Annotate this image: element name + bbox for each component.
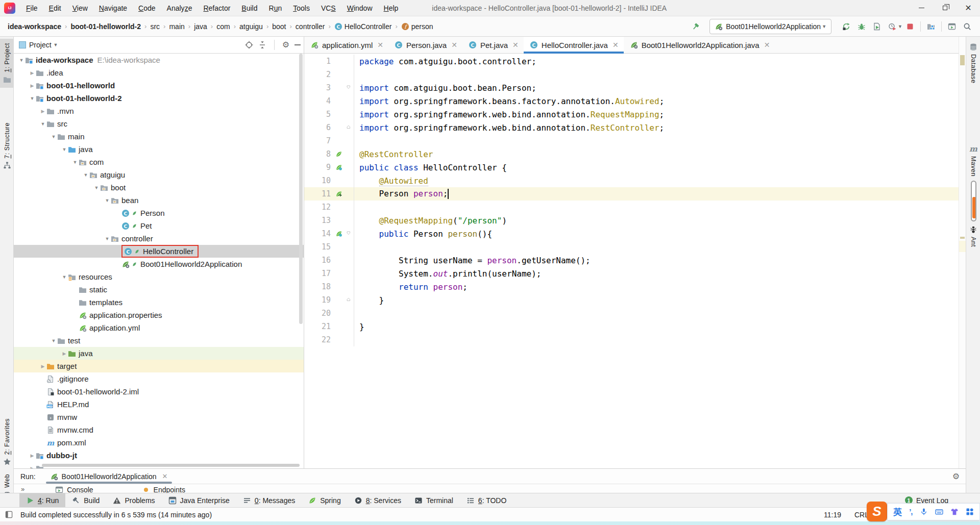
code-line-22[interactable]: 22 bbox=[304, 333, 959, 346]
code-line-10[interactable]: 10 @Autowired bbox=[304, 174, 959, 187]
fold-column[interactable] bbox=[345, 293, 354, 307]
inspection-status-marker[interactable] bbox=[960, 55, 965, 65]
run-window-button[interactable] bbox=[944, 19, 960, 34]
skin-icon[interactable] bbox=[950, 508, 959, 516]
minimize-button[interactable] bbox=[910, 0, 933, 16]
code-line-7[interactable]: 7 bbox=[304, 134, 959, 147]
code-line-20[interactable]: 20 bbox=[304, 307, 959, 320]
code-line-15[interactable]: 15 bbox=[304, 240, 959, 254]
breadcrumb-item-idea-workspace[interactable]: idea-workspace bbox=[6, 21, 63, 32]
tree-row-pom.xml[interactable]: mpom.xml bbox=[14, 436, 304, 449]
toolwindow-button-maven[interactable]: mMaven bbox=[966, 145, 980, 177]
tree-expand-icon[interactable]: ▼ bbox=[104, 198, 111, 203]
code-line-12[interactable]: 12 bbox=[304, 201, 959, 214]
close-tab-icon[interactable]: ✕ bbox=[612, 41, 619, 49]
search-everywhere-button[interactable] bbox=[960, 19, 975, 34]
code-line-11[interactable]: 11 Person person; bbox=[304, 187, 959, 201]
breadcrumb-item-main[interactable]: main bbox=[167, 21, 186, 32]
toolwindow-button-ant[interactable]: Ant bbox=[966, 177, 980, 247]
chevron-down-icon[interactable]: ▼ bbox=[54, 42, 58, 47]
code-line-8[interactable]: 8@RestController bbox=[304, 147, 959, 161]
menu-vcs[interactable]: VCS bbox=[315, 0, 341, 16]
tree-expand-icon[interactable]: ▼ bbox=[18, 58, 25, 63]
tree-expand-icon[interactable]: ▼ bbox=[39, 121, 46, 127]
tree-row-idea-workspace[interactable]: ▼idea-workspaceE:\idea-workspace bbox=[14, 54, 304, 66]
tree-horizontal-scrollbar[interactable] bbox=[42, 464, 300, 467]
code-line-18[interactable]: 18 return person; bbox=[304, 280, 959, 293]
tree-collapse-icon[interactable]: ▶ bbox=[29, 453, 36, 458]
tree-row-application.yml[interactable]: application.yml bbox=[14, 321, 304, 334]
close-tab-icon[interactable]: ✕ bbox=[377, 41, 383, 49]
code-line-1[interactable]: 1package com.atguigu.boot.controller; bbox=[304, 55, 959, 68]
code-line-17[interactable]: 17 System.out.println(userName); bbox=[304, 267, 959, 280]
editor-tab-HelloController.java[interactable]: CHelloController.java✕ bbox=[524, 37, 624, 53]
toolwindow-button-javaenterprise[interactable]: Java Enterprise bbox=[162, 493, 236, 508]
close-tab-icon[interactable]: ✕ bbox=[512, 41, 519, 49]
restore-button[interactable] bbox=[933, 0, 957, 16]
code-line-13[interactable]: 13 @RequestMapping("/person") bbox=[304, 214, 959, 227]
tree-expand-icon[interactable]: ▼ bbox=[50, 338, 57, 343]
fold-column[interactable] bbox=[345, 81, 354, 94]
breadcrumb-item-com[interactable]: com bbox=[215, 21, 231, 32]
code-line-16[interactable]: 16 String userName = person.getUserName(… bbox=[304, 254, 959, 267]
tree-row-test[interactable]: ▼test bbox=[14, 334, 304, 347]
toolwindow-button-structure[interactable]: 7: Structure bbox=[0, 118, 14, 174]
toolwindow-button-run[interactable]: 4: Run bbox=[19, 493, 65, 508]
console-tab-Endpoints[interactable]: Endpoints bbox=[142, 486, 185, 493]
collapse-all-button[interactable] bbox=[258, 41, 266, 49]
code-line-19[interactable]: 19 } bbox=[304, 293, 959, 307]
tree-row-bean[interactable]: ▼bean bbox=[14, 194, 304, 207]
tree-collapse-icon[interactable]: ▶ bbox=[29, 83, 36, 88]
tree-row-mvnw[interactable]: ›mvnw bbox=[14, 411, 304, 423]
toolwindow-button-project[interactable]: 1: Project bbox=[0, 39, 14, 88]
tree-row-Pet[interactable]: CPet bbox=[14, 219, 304, 232]
console-tab-Console[interactable]: Console bbox=[55, 486, 93, 493]
tree-row-resources[interactable]: ▼resources bbox=[14, 270, 304, 283]
tree-row-application.properties[interactable]: application.properties bbox=[14, 309, 304, 321]
tree-row-boot-01-helloworld[interactable]: ▶boot-01-helloworld bbox=[14, 79, 304, 92]
tree-row-controller[interactable]: ▼controller bbox=[14, 232, 304, 245]
tree-row-com[interactable]: ▼com bbox=[14, 156, 304, 168]
tree-expand-icon[interactable]: ▼ bbox=[61, 147, 68, 152]
tree-row-boot-01-helloworld-2.iml[interactable]: boot-01-helloworld-2.iml bbox=[14, 385, 304, 398]
breadcrumb-item-HelloController[interactable]: CHelloController bbox=[333, 21, 394, 32]
keyboard-icon[interactable] bbox=[935, 508, 943, 516]
toolwindow-button-terminal[interactable]: Terminal bbox=[408, 493, 460, 508]
run-configuration-select[interactable]: Boot01Helloworld2Application ▼ bbox=[709, 19, 831, 34]
tree-row-HELP.md[interactable]: MDHELP.md bbox=[14, 398, 304, 411]
code-area[interactable]: 1package com.atguigu.boot.controller;23i… bbox=[304, 54, 959, 346]
run-tab[interactable]: Boot01Helloworld2Application ✕ bbox=[47, 469, 171, 484]
tree-expand-icon[interactable]: ▼ bbox=[71, 160, 79, 165]
menu-navigate[interactable]: Navigate bbox=[93, 0, 133, 16]
close-icon[interactable]: ✕ bbox=[162, 472, 168, 480]
tree-expand-icon[interactable]: ▼ bbox=[61, 274, 68, 280]
tree-row-java[interactable]: ▶java bbox=[14, 347, 304, 360]
settings-button[interactable]: ⚙ bbox=[282, 41, 289, 49]
tree-row-.idea[interactable]: ▶.idea bbox=[14, 66, 304, 79]
tree-expand-icon[interactable]: ▼ bbox=[82, 172, 89, 178]
code-line-5[interactable]: 5import org.springframework.web.bind.ann… bbox=[304, 108, 959, 121]
toolwindow-button-services[interactable]: 8: Services bbox=[348, 493, 408, 508]
editor-error-stripe[interactable] bbox=[959, 37, 966, 468]
gutter[interactable] bbox=[333, 230, 345, 237]
close-tab-icon[interactable]: ✕ bbox=[451, 41, 457, 49]
menu-file[interactable]: File bbox=[20, 0, 43, 16]
toolwindow-button-spring[interactable]: Spring bbox=[302, 493, 347, 508]
toolbox-icon[interactable] bbox=[966, 508, 974, 516]
sogou-logo-icon[interactable]: S bbox=[867, 502, 887, 521]
tree-row-static[interactable]: static bbox=[14, 283, 304, 296]
gutter[interactable] bbox=[333, 164, 345, 171]
stop-button[interactable] bbox=[902, 19, 918, 34]
breadcrumb-item-atguigu[interactable]: atguigu bbox=[238, 21, 264, 32]
toolwindow-button-build[interactable]: Build bbox=[65, 493, 106, 508]
tree-expand-icon[interactable]: ▼ bbox=[29, 96, 36, 101]
breadcrumb-item-boot-01-helloworld-2[interactable]: boot-01-helloworld-2 bbox=[69, 21, 142, 32]
menu-analyze[interactable]: Analyze bbox=[161, 0, 198, 16]
tree-collapse-icon[interactable]: ▶ bbox=[29, 70, 36, 76]
toolwindow-button-todo[interactable]: 6: TODO bbox=[460, 493, 513, 508]
code-line-3[interactable]: 3import com.atguigu.boot.bean.Person; bbox=[304, 81, 959, 94]
build-hammer-icon[interactable] bbox=[688, 19, 703, 34]
editor-tab-application.yml[interactable]: application.yml✕ bbox=[304, 37, 388, 53]
toolwindow-button-database[interactable]: Database bbox=[966, 43, 980, 84]
breadcrumb-item-person[interactable]: fperson bbox=[400, 21, 435, 32]
